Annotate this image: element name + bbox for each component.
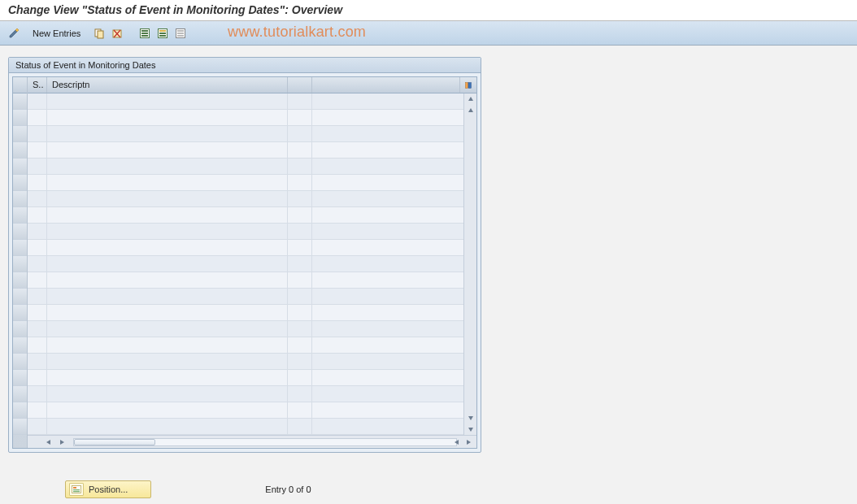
panel-title: Status of Event in Monitoring Dates (9, 58, 481, 73)
table-row[interactable] (28, 142, 463, 159)
toggle-display-change-icon[interactable] (7, 26, 21, 41)
column-header-description[interactable]: Descriptn (47, 77, 288, 93)
svg-rect-8 (159, 30, 166, 32)
scroll-right-small-icon[interactable] (57, 437, 67, 447)
delete-icon[interactable] (110, 26, 124, 41)
row-selector[interactable] (13, 337, 27, 354)
scroll-up-icon[interactable] (465, 93, 476, 105)
row-selector-header[interactable] (13, 77, 27, 93)
table-row[interactable] (28, 191, 463, 207)
table-row[interactable] (28, 272, 463, 289)
scroll-down-icon-2[interactable] (465, 412, 476, 424)
svg-rect-6 (141, 35, 148, 37)
copy-as-icon[interactable] (92, 26, 107, 41)
table-row[interactable] (28, 402, 463, 419)
row-selector[interactable] (13, 240, 27, 256)
vertical-scrollbar[interactable] (463, 93, 476, 435)
position-button-label: Position... (89, 484, 128, 494)
deselect-all-icon[interactable] (173, 26, 188, 41)
grid-header-row: S.. Descriptn (28, 77, 476, 93)
row-selector[interactable] (13, 142, 27, 159)
new-entries-button[interactable]: New Entries (24, 24, 89, 42)
row-selector[interactable] (13, 402, 27, 419)
row-selector[interactable] (13, 256, 27, 272)
application-toolbar: New Entries www.tutorialkart.com (0, 21, 857, 46)
table-row[interactable] (28, 93, 463, 110)
row-selector-column (13, 77, 28, 448)
svg-rect-15 (466, 82, 468, 88)
column-header-filler (312, 77, 460, 93)
page-title: Change View "Status of Event in Monitori… (8, 3, 849, 16)
svg-rect-9 (159, 33, 166, 34)
table-row[interactable] (28, 305, 463, 321)
row-selector[interactable] (13, 207, 27, 224)
row-selector[interactable] (13, 370, 27, 386)
status-panel: Status of Event in Monitoring Dates S.. … (8, 57, 481, 453)
table-row[interactable] (28, 419, 463, 435)
svg-rect-18 (73, 487, 76, 489)
watermark-text: www.tutorialkart.com (228, 24, 366, 41)
svg-rect-16 (468, 82, 471, 88)
entry-count-text: Entry 0 of 0 (265, 484, 311, 494)
row-selector[interactable] (13, 93, 27, 110)
svg-rect-10 (159, 35, 166, 37)
scroll-left-icon[interactable] (44, 437, 54, 447)
table-row[interactable] (28, 126, 463, 142)
select-block-icon[interactable] (155, 26, 170, 41)
row-selector[interactable] (13, 126, 27, 142)
table-row[interactable] (28, 370, 463, 386)
configure-columns-icon[interactable] (460, 77, 476, 93)
svg-rect-14 (177, 35, 184, 37)
table-row[interactable] (28, 159, 463, 175)
table-row[interactable] (28, 289, 463, 305)
row-selector[interactable] (13, 305, 27, 321)
column-header-status[interactable]: S.. (28, 77, 47, 93)
row-selector[interactable] (13, 272, 27, 289)
row-selector[interactable] (13, 224, 27, 240)
row-selector[interactable] (13, 191, 27, 207)
row-selector[interactable] (13, 289, 27, 305)
horizontal-scrollbar[interactable] (28, 435, 476, 448)
row-selector[interactable] (13, 175, 27, 191)
table-row[interactable] (28, 337, 463, 354)
table-row[interactable] (28, 321, 463, 337)
table-row[interactable] (28, 110, 463, 126)
row-selector[interactable] (13, 419, 27, 435)
select-all-icon[interactable] (137, 26, 152, 41)
table-row[interactable] (28, 240, 463, 256)
scroll-down-icon[interactable] (465, 424, 476, 435)
position-button[interactable]: Position... (65, 480, 151, 498)
data-grid: S.. Descriptn (12, 76, 477, 449)
svg-rect-5 (141, 33, 148, 34)
scroll-left-end-icon[interactable] (452, 437, 462, 447)
row-selector[interactable] (13, 386, 27, 402)
row-selector[interactable] (13, 159, 27, 175)
svg-rect-12 (177, 30, 184, 32)
table-row[interactable] (28, 354, 463, 370)
svg-rect-20 (73, 491, 80, 492)
title-bar: Change View "Status of Event in Monitori… (0, 0, 857, 21)
svg-rect-13 (177, 33, 184, 34)
svg-rect-4 (141, 30, 148, 32)
scroll-right-icon[interactable] (463, 437, 473, 447)
table-row[interactable] (28, 207, 463, 224)
table-row[interactable] (28, 224, 463, 240)
position-icon (69, 483, 84, 496)
row-selector[interactable] (13, 354, 27, 370)
hscroll-track[interactable] (73, 438, 457, 446)
svg-rect-1 (98, 31, 103, 38)
table-row[interactable] (28, 175, 463, 191)
svg-rect-19 (73, 489, 80, 490)
column-header-blank[interactable] (288, 77, 312, 93)
row-selector[interactable] (13, 321, 27, 337)
footer: Position... Entry 0 of 0 (0, 461, 857, 504)
hscroll-thumb[interactable] (74, 439, 155, 445)
row-selector[interactable] (13, 110, 27, 126)
work-area: Status of Event in Monitoring Dates S.. … (0, 46, 857, 461)
table-row[interactable] (28, 386, 463, 402)
table-row[interactable] (28, 256, 463, 272)
scroll-up-icon-2[interactable] (465, 105, 476, 116)
